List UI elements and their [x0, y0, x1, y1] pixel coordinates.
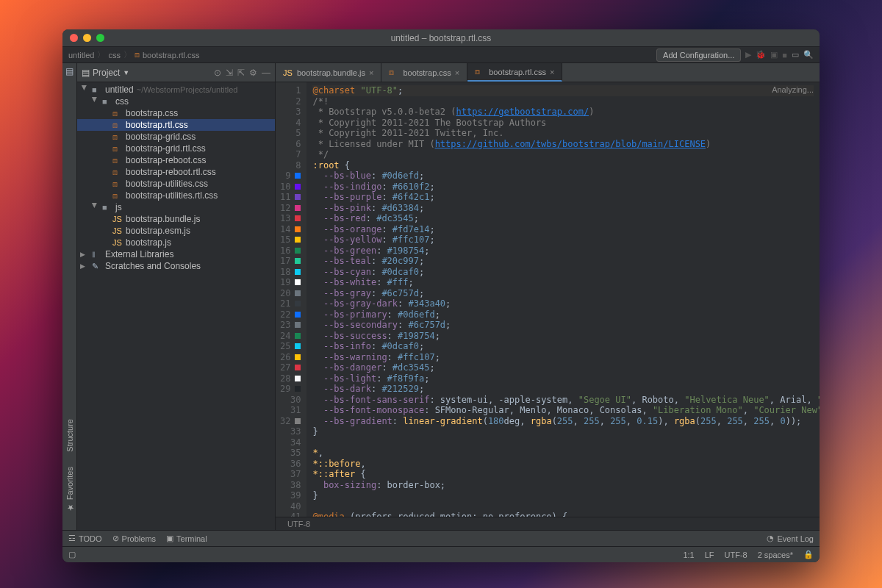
code-line[interactable]: @charset "UTF-8"; — [312, 85, 814, 96]
chevron-down-icon[interactable]: ▼ — [123, 69, 129, 76]
color-swatch-icon[interactable] — [295, 418, 301, 424]
line-number[interactable]: 37 — [280, 469, 301, 480]
line-ending[interactable]: LF — [705, 551, 714, 559]
color-swatch-icon[interactable] — [295, 386, 301, 392]
favorites-tool[interactable]: ★ Favorites — [65, 467, 74, 512]
inspections-icon[interactable]: 🔒 — [803, 550, 814, 559]
code-line[interactable]: --bs-gray: #6c757d; — [312, 288, 814, 299]
minimize-icon[interactable] — [83, 34, 91, 42]
code-line[interactable]: --bs-purple: #6f42c1; — [312, 192, 814, 203]
collapse-all-icon[interactable]: ⇱ — [237, 68, 245, 78]
code-line[interactable]: box-sizing: border-box; — [312, 480, 814, 491]
code-line[interactable]: --bs-light: #f8f9fa; — [312, 373, 814, 384]
file-tree[interactable]: ▶■untitled ~/WebstormProjects/untitled▶■… — [77, 82, 275, 530]
line-number[interactable]: 41 — [280, 512, 301, 517]
close-icon[interactable] — [70, 34, 78, 42]
add-configuration-button[interactable]: Add Configuration... — [656, 49, 741, 62]
code-line[interactable]: } — [312, 490, 814, 501]
code-line[interactable]: --bs-danger: #dc3545; — [312, 362, 814, 373]
breadcrumb-file[interactable]: bootstrap.rtl.css — [143, 51, 200, 60]
line-number-gutter[interactable]: 1234567891011121314151617181920212223242… — [276, 82, 306, 517]
select-opened-icon[interactable]: ⊙ — [214, 68, 221, 78]
line-number[interactable]: 32 — [280, 416, 301, 427]
code-editor[interactable]: @charset "UTF-8";/*! * Bootstrap v5.0.0-… — [306, 82, 820, 517]
tree-file[interactable]: ⧈bootstrap-grid.css — [77, 131, 275, 143]
caret-position[interactable]: 1:1 — [683, 551, 694, 559]
line-number[interactable]: 33 — [280, 426, 301, 437]
line-number[interactable]: 21 — [280, 298, 301, 309]
line-number[interactable]: 17 — [280, 256, 301, 267]
color-swatch-icon[interactable] — [295, 354, 301, 360]
search-icon[interactable]: 🔍 — [803, 50, 814, 60]
code-line[interactable]: --bs-gradient: linear-gradient(180deg, r… — [312, 416, 814, 427]
line-number[interactable]: 36 — [280, 459, 301, 470]
code-line[interactable]: --bs-font-monospace: SFMono-Regular, Men… — [312, 405, 814, 416]
code-line[interactable] — [312, 501, 814, 512]
line-number[interactable]: 6 — [280, 139, 301, 150]
line-number[interactable]: 16 — [280, 245, 301, 257]
code-line[interactable]: --bs-info: #0dcaf0; — [312, 341, 814, 352]
code-line[interactable]: --bs-indigo: #6610f2; — [312, 182, 814, 193]
color-swatch-icon[interactable] — [295, 215, 301, 221]
code-line[interactable]: * Copyright 2011-2021 Twitter, Inc. — [312, 128, 814, 139]
tree-file[interactable]: ⧈bootstrap-reboot.rtl.css — [77, 166, 275, 178]
tree-folder[interactable]: ▶■css — [77, 96, 275, 107]
problems-tool[interactable]: ⊘ Problems — [112, 534, 156, 543]
line-number[interactable]: 8 — [280, 160, 301, 171]
code-line[interactable]: * Licensed under MIT (https://github.com… — [312, 139, 814, 150]
color-swatch-icon[interactable] — [295, 237, 301, 243]
tree-file[interactable]: JSbootstrap.js — [77, 237, 275, 248]
tree-file[interactable]: ⧈bootstrap-utilities.css — [77, 178, 275, 190]
line-number[interactable]: 20 — [280, 288, 301, 299]
tree-file[interactable]: ⧈bootstrap-utilities.rtl.css — [77, 190, 275, 201]
code-line[interactable]: --bs-secondary: #6c757d; — [312, 320, 814, 331]
tree-folder[interactable]: ▶⫴External Libraries — [77, 248, 275, 260]
color-swatch-icon[interactable] — [295, 322, 301, 328]
close-tab-icon[interactable]: × — [455, 68, 459, 77]
code-line[interactable]: --bs-cyan: #0dcaf0; — [312, 267, 814, 278]
line-number[interactable]: 22 — [280, 309, 301, 320]
line-number[interactable]: 28 — [280, 373, 301, 384]
line-number[interactable]: 29 — [280, 384, 301, 395]
code-line[interactable]: @media (prefers-reduced-motion: no-prefe… — [312, 512, 814, 517]
editor-tab[interactable]: ⧈bootstrap.rtl.css× — [467, 63, 562, 82]
tree-file[interactable]: ⧈bootstrap.css — [77, 107, 275, 119]
code-line[interactable]: --bs-blue: #0d6efd; — [312, 171, 814, 182]
line-number[interactable]: 12 — [280, 203, 301, 214]
code-line[interactable]: --bs-red: #dc3545; — [312, 213, 814, 224]
code-line[interactable]: --bs-white: #fff; — [312, 277, 814, 288]
color-swatch-icon[interactable] — [295, 312, 301, 318]
editor-tab[interactable]: ⧈bootstrap.css× — [381, 63, 467, 82]
tree-folder[interactable]: ▶■untitled ~/WebstormProjects/untitled — [77, 84, 275, 96]
hide-icon[interactable]: — — [262, 68, 270, 78]
code-line[interactable]: --bs-teal: #20c997; — [312, 256, 814, 267]
color-swatch-icon[interactable] — [295, 226, 301, 232]
line-number[interactable]: 39 — [280, 490, 301, 501]
editor-tab[interactable]: JSbootstrap.bundle.js× — [276, 63, 381, 82]
code-line[interactable]: */ — [312, 149, 814, 160]
status-lock-icon[interactable]: ▢ — [68, 550, 76, 559]
editor-crumb[interactable]: UTF-8 — [276, 517, 820, 530]
color-swatch-icon[interactable] — [295, 194, 301, 200]
code-line[interactable]: --bs-success: #198754; — [312, 331, 814, 342]
code-line[interactable]: /*! — [312, 96, 814, 107]
color-swatch-icon[interactable] — [295, 184, 301, 190]
layout-icon[interactable]: ▭ — [792, 50, 799, 60]
line-number[interactable]: 18 — [280, 267, 301, 278]
color-swatch-icon[interactable] — [295, 248, 301, 254]
expand-all-icon[interactable]: ⇲ — [226, 68, 233, 78]
project-tool-icon[interactable]: ▤ — [65, 66, 75, 76]
close-tab-icon[interactable]: × — [550, 68, 554, 76]
code-line[interactable]: *, — [312, 448, 814, 459]
code-line[interactable]: *::after { — [312, 469, 814, 480]
event-log-tool[interactable]: ◔ Event Log — [767, 534, 814, 543]
color-swatch-icon[interactable] — [295, 376, 301, 381]
line-number[interactable]: 34 — [280, 437, 301, 448]
code-line[interactable]: --bs-yellow: #ffc107; — [312, 234, 814, 245]
line-number[interactable]: 2 — [280, 96, 301, 107]
line-number[interactable]: 19 — [280, 277, 301, 288]
line-number[interactable]: 31 — [280, 405, 301, 416]
color-swatch-icon[interactable] — [295, 343, 301, 349]
line-number[interactable]: 14 — [280, 224, 301, 235]
color-swatch-icon[interactable] — [295, 290, 301, 296]
